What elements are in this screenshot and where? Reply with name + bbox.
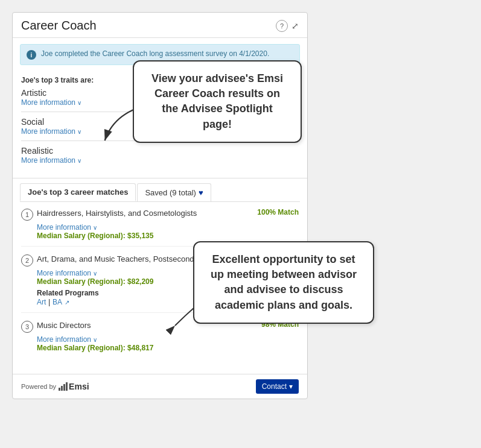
tooltip-bubble-2: Excellent opportunity to set up meeting … <box>193 241 374 324</box>
trait-name-realistic: Realistic <box>21 146 299 156</box>
match-header-1: 1 Hairdressers, Hairstylists, and Cosmet… <box>21 208 299 221</box>
bar-1 <box>59 388 60 391</box>
bar-2 <box>61 386 63 391</box>
related-label-2: Related Programs <box>37 289 99 297</box>
powered-by-text: Powered by <box>21 383 56 390</box>
banner-text: Joe completed the Career Coach long asse… <box>41 49 269 58</box>
match-title-1: Hairdressers, Hairstylists, and Cosmetol… <box>37 208 197 219</box>
more-info-realistic[interactable]: More information ∨ <box>21 156 81 165</box>
divider-traits <box>13 178 307 178</box>
match-title-2: Art, Drama, and Music Teachers, Postseco… <box>37 254 205 265</box>
tab-saved[interactable]: Saved (9 total) ♥ <box>137 183 211 201</box>
external-link-icon: ↗ <box>65 299 69 306</box>
dropdown-arrow-icon: ▾ <box>289 382 293 391</box>
bar-4 <box>66 382 68 391</box>
chevron-down-icon: ∨ <box>77 157 81 164</box>
header-icons: ? ⤢ <box>276 20 299 32</box>
chevron-down-icon: ∨ <box>77 128 81 135</box>
powered-by: Powered by Emsi <box>21 382 89 391</box>
match-left-2: 2 Art, Drama, and Music Teachers, Postse… <box>21 254 205 267</box>
match-details-1: More information ∨ Median Salary (Region… <box>37 222 299 240</box>
tabs-container: Joe's top 3 career matches Saved (9 tota… <box>20 183 300 202</box>
chevron-down-icon: ∨ <box>93 336 97 343</box>
salary-3: Median Salary (Regional): $48,817 <box>37 344 299 352</box>
more-info-match-1[interactable]: More information ∨ <box>37 223 97 232</box>
more-info-match-2[interactable]: More information ∨ <box>37 269 97 277</box>
help-icon[interactable]: ? <box>276 20 288 32</box>
program-link-art[interactable]: Art <box>37 298 46 306</box>
expand-icon[interactable]: ⤢ <box>291 21 299 31</box>
emsi-bars-icon <box>59 382 68 391</box>
match-title-3: Music Directors <box>37 320 91 331</box>
chevron-down-icon: ∨ <box>77 99 81 106</box>
match-percent-1: 100% Match <box>257 208 299 216</box>
more-info-match-3[interactable]: More information ∨ <box>37 335 97 344</box>
heart-icon: ♥ <box>199 188 203 197</box>
emsi-name: Emsi <box>69 382 89 391</box>
match-details-3: More information ∨ Median Salary (Region… <box>37 335 299 352</box>
match-item-3: 3 Music Directors 98% Match More informa… <box>21 320 299 358</box>
panel-footer: Powered by Emsi Contact ▾ <box>13 374 307 399</box>
match-number-1: 1 <box>21 209 33 221</box>
separator: | <box>48 297 53 306</box>
match-left-1: 1 Hairdressers, Hairstylists, and Cosmet… <box>21 208 197 221</box>
page-wrapper: Career Coach ? ⤢ i Joe completed the Car… <box>12 12 469 399</box>
more-info-social[interactable]: More information ∨ <box>21 127 81 136</box>
chevron-down-icon: ∨ <box>93 270 97 277</box>
program-link-ba[interactable]: BA <box>53 298 62 306</box>
salary-1: Median Salary (Regional): $35,135 <box>37 232 299 240</box>
more-info-artistic[interactable]: More information ∨ <box>21 98 81 107</box>
panel-header: Career Coach ? ⤢ <box>13 13 307 38</box>
tab-career-matches[interactable]: Joe's top 3 career matches <box>20 183 136 201</box>
match-number-3: 3 <box>21 321 33 333</box>
emsi-logo: Emsi <box>59 382 89 391</box>
contact-button[interactable]: Contact ▾ <box>256 379 299 394</box>
match-left-3: 3 Music Directors <box>21 320 91 333</box>
panel-title: Career Coach <box>21 19 97 33</box>
bar-3 <box>63 384 65 391</box>
match-number-2: 2 <box>21 254 33 267</box>
info-circle-icon: i <box>27 50 36 60</box>
chevron-down-icon: ∨ <box>93 224 97 231</box>
tooltip-bubble-1: View your advisee's Emsi Career Coach re… <box>133 60 302 143</box>
trait-realistic: Realistic More information ∨ <box>21 146 299 165</box>
